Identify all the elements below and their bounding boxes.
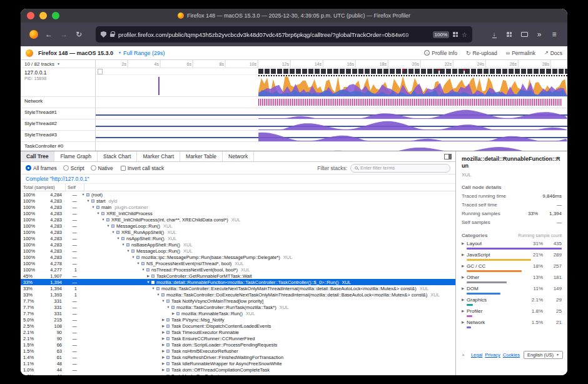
zoom-level-badge[interactable]: 100% [433,31,449,38]
collapse-icon[interactable]: ▼ [166,305,171,309]
collapse-icon[interactable]: ▼ [126,249,131,253]
tree-row[interactable]: 33%1,3931▼mozilla::TaskController::DoExe… [21,291,455,298]
category-row-profiler[interactable]: ▶Profiler1.8%25 [462,308,562,317]
tree-row[interactable]: 100%4,283—▼mozilla::ipc::MessagePump::Ru… [21,254,455,260]
track-stylethread-1[interactable]: StyleThread#1 [21,108,567,119]
track-stylethread-1-canvas[interactable] [96,108,567,119]
expand-icon[interactable]: ▶ [161,330,166,334]
tracks-dropdown[interactable]: 10 / 82 tracks ▼ [21,60,96,68]
collapse-icon[interactable]: ▼ [106,224,111,228]
menu-hamburger-icon[interactable]: ≡ [547,28,561,41]
tree-row[interactable]: 100%4,278—▼NS_ProcessNextEvent(nsIThread… [21,260,455,266]
radio-script[interactable]: Script [63,165,84,171]
track-label-network[interactable]: Network [21,97,96,108]
expand-icon[interactable]: ▶ [462,309,467,313]
column-self[interactable]: Self [66,184,84,191]
url-text[interactable]: profiler.firefox.com/public/tqmp43h5zb2y… [118,31,429,38]
tree-row[interactable]: 7.7%331—▼mozilla::TaskController::RunTas… [21,304,455,310]
category-row-dom[interactable]: ▶DOM11%149 [462,286,562,295]
collapse-icon[interactable]: ▼ [156,293,161,296]
tree-row[interactable]: 1.4%61—▶Task nsRefreshDriver::FinishedWa… [21,354,455,360]
tree-row[interactable]: 7.7%331—▼Task NotifyVsyncOnMainThread[lo… [21,298,455,304]
expand-icon[interactable]: ▶ [161,324,166,328]
tree-row[interactable]: 1.0%44—▶Task dom::OffThreadCompilationCo… [21,366,455,373]
expand-icon[interactable]: ▶ [462,264,467,268]
collapse-icon[interactable]: ▼ [136,261,141,265]
expand-icon[interactable]: ▶ [161,361,166,365]
range-selector[interactable]: ▼Full Range (29s) [118,50,165,56]
tree-row[interactable]: 100%4,283—▼startdyld [21,198,455,204]
tree-row[interactable]: 5.0%215—▶Task PVsync::Msg_Notify [21,316,455,323]
tree-row[interactable]: 100%4,283—▼XRE_RunAppShell()XUL [21,229,455,235]
collapse-icon[interactable]: ▼ [86,199,91,203]
extensions-grid-icon[interactable] [502,28,516,41]
tree-row[interactable]: 100%4,283—▼MessageLoop::Run()XUL [21,248,455,254]
tree-row[interactable]: 100%4,283—▼nsAppShell::Run()XUL [21,235,455,241]
category-row-javascript[interactable]: ▶JavaScript21%289 [462,252,562,261]
expand-icon[interactable]: ▶ [161,374,166,375]
tab-marker-chart[interactable]: Marker Chart [137,151,180,161]
profile-info-button[interactable]: Profile Info [424,50,457,56]
collapse-icon[interactable]: ▼ [111,230,116,234]
bookmark-star-icon[interactable]: ☆ [462,31,467,38]
reload-button[interactable]: ↻ [72,28,86,41]
activity-graph[interactable] [96,75,567,96]
filter-stacks-searchbox[interactable] [350,164,450,173]
tab-call-tree[interactable]: Call Tree [21,151,54,161]
expand-icon[interactable]: ▶ [161,355,166,359]
expand-icon[interactable]: ▶ [171,311,176,315]
containers-grid-icon[interactable] [453,32,458,37]
expand-icon[interactable]: ▶ [161,368,166,371]
track-stylethread-3[interactable]: StyleThread#3 [21,131,567,142]
collapse-icon[interactable]: ▼ [121,243,126,246]
collapse-icon[interactable]: ▼ [81,193,86,196]
track-stylethread-3-canvas[interactable] [96,131,567,141]
category-row-layout[interactable]: ▶Layout31%435 [462,241,562,250]
tree-row[interactable]: 2.1%90—▶Task TimeoutExecutor Runnable [21,329,455,335]
language-select[interactable]: English (US) ▼ [524,351,563,359]
tree-row[interactable]: 100%4,284—▼(root) [21,191,455,198]
link-legal[interactable]: Legal [471,352,482,358]
expand-icon[interactable]: ▶ [161,349,166,353]
tree-row[interactable]: 100%4,283—▼MessageLoop::Run()XUL [21,223,455,229]
track-label-stylethread-2[interactable]: StyleThread#2 [21,119,96,130]
screen-share-icon[interactable] [517,28,531,41]
collapse-icon[interactable]: ▼ [151,286,156,290]
expand-icon[interactable]: ▶ [462,286,467,290]
expand-icon[interactable]: ▶ [462,253,467,256]
tree-row[interactable]: 100%4,2771▼nsThread::ProcessNextEvent(bo… [21,266,455,273]
expand-icon[interactable]: ▶ [462,275,467,279]
re-upload-button[interactable]: Re-upload [466,50,497,56]
minimize-window-button[interactable] [39,12,47,19]
search-input[interactable] [360,165,446,171]
track-taskcontroller-canvas[interactable] [96,142,567,151]
screenshot-strip[interactable] [96,68,567,75]
track-taskcontroller[interactable]: TaskController #0 [21,142,567,151]
overflow-chevron-icon[interactable]: » [532,28,546,41]
shield-icon[interactable] [101,31,106,38]
tree-row[interactable]: 33%1,394—▼mozilla::detail::RunnableFunct… [21,279,455,285]
tree-row[interactable]: 1.5%63—▶Task nsHtml5ExecutorReflusher [21,348,455,354]
expand-icon[interactable]: ▶ [146,274,151,278]
link-privacy[interactable]: Privacy [485,352,500,358]
tree-row[interactable]: 2.5%108—▶Task Document::DispatchContentL… [21,323,455,329]
timeline-ruler-canvas[interactable]: 2s4s6s8s10s12s14s16s18s20s22s24s26s28s [96,60,567,68]
track-network-canvas[interactable] [96,97,567,108]
tree-row[interactable]: 7.7%331—▶mozilla::RunnableTask::Run()XUL [21,310,455,316]
downloads-icon[interactable]: ↓ [487,28,501,41]
category-row-gc-cc[interactable]: ▶GC / CC18%257 [462,263,562,272]
permalink-button[interactable]: Permalink [506,50,535,56]
track-main-canvas[interactable] [96,68,567,96]
tree-row[interactable]: 1.5%66—▶Task dom::ScriptLoader::ProcessP… [21,341,455,348]
tree-row[interactable]: 2.1%90—▶Task EnsureCCRunner::CCRunnerFir… [21,335,455,341]
radio-all-frames[interactable]: All frames [26,165,57,171]
collapse-icon[interactable]: ▼ [141,268,146,271]
tab-network[interactable]: Network [223,151,254,161]
collapse-icon[interactable]: ▼ [131,255,136,259]
collapse-icon[interactable]: ▼ [161,299,166,303]
invert-call-stack-checkbox[interactable]: Invert call stack [121,165,165,171]
expand-icon[interactable]: ▶ [462,298,467,301]
category-row-network[interactable]: ▶Network1.5%21 [462,320,562,328]
tree-row[interactable]: 100%4,283—▼nsBaseAppShell::Run()XUL [21,241,455,248]
tree-row[interactable]: 45%1,907—▶TaskController::GetRunnableFor… [21,273,455,279]
